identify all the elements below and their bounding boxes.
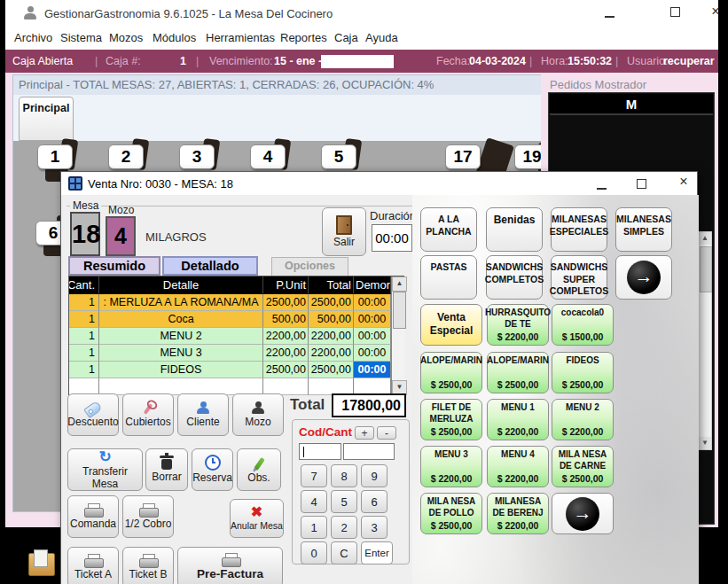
menu-modulos[interactable]: Módulos [153,31,196,44]
key-2[interactable]: 2 [331,516,357,539]
person-icon [251,401,265,415]
product-menu-2[interactable]: MENU 2 $ 2200,00 [552,399,614,440]
key-c[interactable]: C [331,541,357,565]
product-menu-4[interactable]: MENU 4 $ 2200,00 [487,446,549,487]
pedidos-scrollbar[interactable]: ▲ ▼ [698,231,712,450]
medio-cobro-button[interactable]: 1/2 Cobro [122,495,174,538]
mesa-3[interactable]: 3 [179,144,215,169]
category-pastas[interactable]: PASTAS [420,255,477,300]
product-menu-1[interactable]: MENU 1 $ 2200,00 [487,399,549,440]
dialog-icon [68,176,82,191]
ticket-a-button[interactable]: Ticket A [67,547,119,584]
menu-sistema[interactable]: Sistema [60,31,102,44]
menu-ayuda[interactable]: Ayuda [365,31,398,44]
duracion-label: Duración [370,209,416,222]
key-enter[interactable]: Enter [361,541,393,565]
tab-opciones[interactable]: Opciones [271,257,348,276]
ticket-b-button[interactable]: Ticket B [122,547,174,584]
reserva-button[interactable]: Reserva [192,448,233,491]
scroll-up-icon[interactable]: ▲ [392,276,407,292]
key-3[interactable]: 3 [361,516,387,539]
grid-row[interactable]: 1 FIDEOS 2500,00 2500,00 00:00 [69,362,391,378]
product-milanesa-pollo[interactable]: MILA NESA DE POLLO $ 2500,00 [420,493,482,534]
category-milanesas-especiales[interactable]: MILANESAS ESPECIALES [551,207,607,252]
scroll-up-icon[interactable]: ▲ [699,232,711,245]
grid-row[interactable]: 1 MENU 2 2200,00 2200,00 00:00 [69,328,391,345]
mesa-2[interactable]: 2 [108,144,144,169]
transferir-mesa-button[interactable]: ↻ Transferir Mesa [67,448,143,491]
category-milanesas-simples[interactable]: MILANESAS SIMPLES [615,207,672,252]
close-icon[interactable]: × [707,4,724,19]
cod-input[interactable] [299,443,341,460]
minimize-icon[interactable] [605,11,614,18]
menu-caja[interactable]: Caja [334,31,358,44]
cliente-button[interactable]: Cliente [177,393,229,436]
product-alope-marin-1[interactable]: ALOPE/MARIN $ 2500,00 [420,352,482,393]
grid-row[interactable]: 1 MENU 3 2200,00 2200,00 00:00 [69,345,391,362]
status-input[interactable] [321,55,394,68]
maximize-icon[interactable] [670,7,680,17]
key-1[interactable]: 1 [301,516,327,539]
category-sandwichs-completos[interactable]: SANDWICHS COMPLETOS [486,255,543,300]
product-fideos[interactable]: FIDEOS $ 2500,00 [552,352,614,393]
folder-icon[interactable] [28,548,53,578]
mesa-4[interactable]: 4 [250,144,286,169]
mozo-button[interactable]: Mozo [232,393,284,436]
category-next-button[interactable]: → [615,255,672,300]
scroll-down-icon[interactable]: ▼ [699,437,711,449]
dialog-close-icon[interactable]: × [675,174,693,190]
cubiertos-button[interactable]: Cubiertos [122,393,174,436]
printer-icon [84,554,102,567]
product-menu-3[interactable]: MENU 3 $ 2200,00 [420,446,482,487]
key-8[interactable]: 8 [331,464,357,487]
anular-mesa-button[interactable]: ✖ Anular Mesa [230,499,284,538]
product-milanesa-carne[interactable]: MILA NESA DE CARNE $ 2500,00 [552,446,614,487]
plus-button[interactable]: + [355,426,374,440]
descuento-button[interactable]: Descuento [67,393,119,436]
comanda-button[interactable]: Comanda [67,495,119,538]
category-bebidas[interactable]: Benidas [486,207,543,252]
key-4[interactable]: 4 [301,490,327,513]
product-filet-merluza[interactable]: FILET DE MERLUZA $ 2500,00 [420,399,482,440]
mesa-1[interactable]: 1 [37,144,73,169]
key-0[interactable]: 0 [301,541,327,565]
product-alope-marin-2[interactable]: ALOPE/MARIN $ 2500,00 [487,352,549,393]
minus-button[interactable]: - [377,426,396,440]
grid-row[interactable]: 1 : MERLUZA A LA ROMANA/MA 2500,00 2500,… [69,294,391,311]
dialog-maximize-icon[interactable] [637,179,646,189]
scroll-thumb[interactable] [393,292,406,329]
pre-factura-button[interactable]: Pre-Factura [177,547,283,584]
scroll-thumb[interactable] [700,246,712,292]
grid-scrollbar[interactable]: ▲ ▼ [391,276,405,394]
product-venta-especial[interactable]: Venta Especial [420,304,482,346]
key-7[interactable]: 7 [301,464,327,487]
dialog-minimize-icon[interactable] [597,183,607,190]
mesa-5[interactable]: 5 [321,144,356,169]
obs-button[interactable]: Obs. [237,448,281,491]
tab-resumido[interactable]: Resumido [68,256,160,276]
grid-row[interactable]: 1 Coca 500,00 500,00 00:00 [69,311,391,328]
mesa-19[interactable]: 19 [514,144,544,169]
tab-detallado[interactable]: Detallado [162,256,258,276]
category-a-la-plancha[interactable]: A LA PLANCHA [420,207,477,252]
tab-principal[interactable]: Principal [19,97,74,141]
borrar-button[interactable]: Borrar [145,448,188,491]
dialog-titlebar: Venta Nro: 0030 - MESA: 18 × [61,172,697,195]
product-hurrasquito[interactable]: HURRASQUITO DE TE $ 2200,00 [487,304,549,346]
menu-mozos[interactable]: Mozos [109,31,143,44]
menu-reportes[interactable]: Reportes [280,31,327,44]
product-next-button[interactable]: → [552,493,614,534]
key-6[interactable]: 6 [361,490,387,513]
product-cocacola[interactable]: cocacola0 $ 1500,00 [552,304,614,346]
product-milanesa-berenjena[interactable]: MILANESA DE BERENJ $ 2200,00 [487,493,549,534]
cant-input[interactable] [343,443,395,460]
category-sandwichs-super[interactable]: SANDWICHS SUPER COMPLETOS [551,255,607,300]
printer-icon [139,554,157,567]
key-5[interactable]: 5 [331,490,357,513]
menu-herramientas[interactable]: Herramientas [206,31,275,44]
key-9[interactable]: 9 [361,464,387,487]
mesa-17[interactable]: 17 [445,144,481,169]
menu-archivo[interactable]: Archivo [14,31,52,44]
salir-button[interactable]: Salir [322,207,366,256]
mesa-label: Mesa [70,199,101,212]
